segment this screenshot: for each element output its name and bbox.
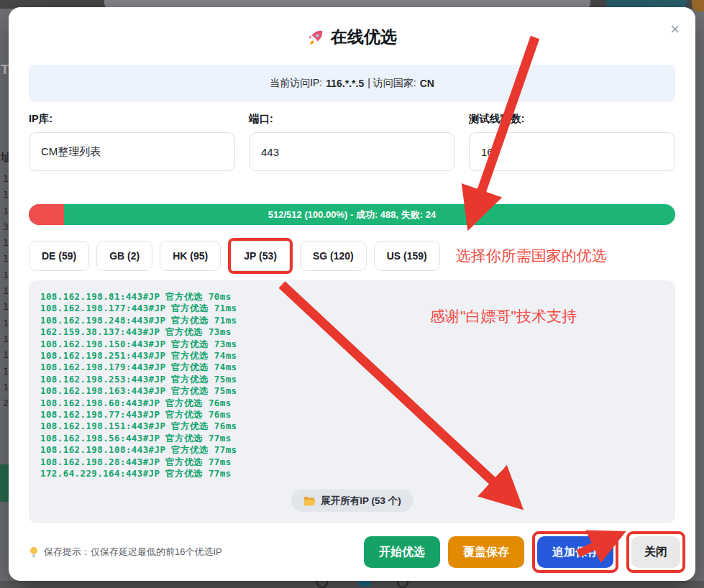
expand-all-ip-button[interactable]: 展开所有IP (53 个): [291, 490, 413, 512]
threads-field-group: 测试线程数:: [469, 112, 675, 171]
ip-result-line: 108.162.198.108:443#JP 官方优选 77ms: [40, 444, 664, 456]
bulb-icon: [29, 546, 39, 558]
rocket-icon: [307, 29, 324, 46]
ip-result-line: 108.162.198.68:443#JP 官方优选 76ms: [40, 398, 664, 409]
progress-failed-segment: [29, 204, 64, 225]
ip-result-line: 108.162.198.163:443#JP 官方优选 75ms: [40, 385, 664, 397]
ip-result-line: 108.162.198.77:443#JP 官方优选 76ms: [40, 409, 664, 421]
annotation-pick-country: 选择你所需国家的优选: [456, 246, 607, 266]
ip-result-line: 108.162.198.150:443#JP 官方优选 73ms: [40, 339, 664, 350]
ip-result-line: 108.162.198.251:443#JP 官方优选 74ms: [40, 350, 664, 362]
save-hint-text: 保存提示：仅保存延迟最低的前16个优选IP: [44, 546, 222, 559]
settings-row: IP库: 端口: 测试线程数:: [29, 112, 675, 171]
close-button[interactable]: 关闭: [631, 536, 680, 568]
append-save-button[interactable]: 追加保存: [537, 536, 613, 568]
jp-highlight-box: JP (53): [228, 238, 293, 274]
country-button-sg[interactable]: SG (120): [300, 241, 367, 271]
country-label: | 访问国家:: [367, 77, 416, 90]
annotation-thanks: 感谢"白嫖哥"技术支持: [430, 306, 577, 326]
ip-library-label: IP库:: [29, 112, 235, 126]
country-button-jp[interactable]: JP (53): [231, 241, 290, 271]
country-button-de[interactable]: DE (59): [29, 241, 89, 271]
ip-result-line: 108.162.198.81:443#JP 官方优选 70ms: [40, 291, 664, 303]
dialog-title-text: 在线优选: [331, 26, 397, 48]
threads-input[interactable]: [469, 132, 675, 171]
port-input[interactable]: [249, 132, 455, 171]
ip-library-input[interactable]: [29, 132, 235, 171]
overwrite-save-button[interactable]: 覆盖保存: [448, 536, 524, 568]
append-save-highlight-box: 追加保存: [532, 531, 618, 573]
background-footer-bar: [0, 581, 704, 588]
current-ip-label: 当前访问IP:: [270, 77, 322, 90]
ip-library-field-group: IP库:: [29, 112, 235, 171]
current-ip-banner: 当前访问IP: 116.*.*.5 | 访问国家: CN: [29, 65, 675, 102]
dialog-title: 在线优选: [9, 26, 695, 48]
background-green-row-fragment: [0, 464, 9, 502]
ip-result-line: 108.162.198.56:443#JP 官方优选 77ms: [40, 433, 664, 444]
start-selection-button[interactable]: 开始优选: [364, 536, 440, 568]
progress-text: 512/512 (100.00%) - 成功: 488, 失败: 24: [268, 208, 436, 221]
online-selection-dialog: 在线优选 × 当前访问IP: 116.*.*.5 | 访问国家: CN IP库:…: [9, 7, 695, 581]
ip-result-line: 108.162.198.151:443#JP 官方优选 76ms: [40, 421, 664, 432]
close-highlight-box: 关闭: [626, 531, 685, 573]
ip-result-line: 108.162.198.179:443#JP 官方优选 74ms: [40, 362, 664, 373]
country-button-hk[interactable]: HK (95): [160, 241, 221, 271]
country-filter-row: DE (59) GB (2) HK (95) JP (53) SG (120) …: [29, 237, 675, 275]
ip-result-line: 108.162.198.28:443#JP 官方优选 77ms: [40, 456, 664, 468]
port-field-group: 端口:: [249, 112, 455, 171]
ip-result-line: 108.162.198.253:443#JP 官方优选 75ms: [40, 374, 664, 385]
port-label: 端口:: [249, 112, 455, 126]
footer-buttons: 开始优选 覆盖保存 追加保存 关闭: [364, 531, 685, 573]
country-button-gb[interactable]: GB (2): [96, 241, 152, 271]
save-hint: 保存提示：仅保存延迟最低的前16个优选IP: [29, 546, 364, 559]
close-icon[interactable]: ×: [670, 22, 680, 37]
ip-result-line: 162.159.38.137:443#JP 官方优选 73ms: [40, 326, 664, 338]
folder-icon: [303, 496, 315, 506]
expand-all-ip-label: 展开所有IP (53 个): [321, 495, 401, 507]
current-ip-value: 116.*.*.5: [326, 78, 364, 89]
progress-bar: 512/512 (100.00%) - 成功: 488, 失败: 24: [29, 204, 675, 225]
results-panel: 108.162.198.81:443#JP 官方优选 70ms 108.162.…: [29, 280, 675, 523]
ip-result-line: 172.64.229.164:443#JP 官方优选 77ms: [40, 468, 664, 479]
country-button-us[interactable]: US (159): [374, 241, 440, 271]
screen: Ti 址 1 1 1 3 1 1 1 1 1 1 1 1 1 1 2: [0, 0, 704, 588]
dialog-footer: 保存提示：仅保存延迟最低的前16个优选IP 开始优选 覆盖保存 追加保存 关闭: [29, 529, 685, 575]
threads-label: 测试线程数:: [469, 112, 675, 126]
background-orange-button: [692, 0, 704, 12]
country-value: CN: [420, 78, 434, 89]
